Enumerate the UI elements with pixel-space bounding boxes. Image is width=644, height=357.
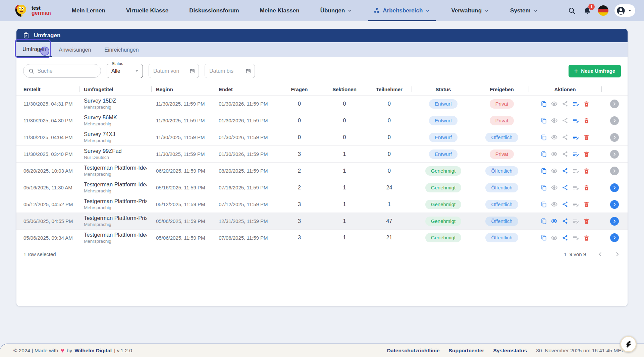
delete-icon[interactable]: [583, 234, 590, 241]
duplicate-icon[interactable]: [540, 167, 547, 174]
edit-icon[interactable]: [572, 134, 579, 141]
table-row[interactable]: 06/20/2025, 10:03 AM Testgerman Plattfor…: [16, 162, 628, 179]
column-header-endet[interactable]: Endet: [214, 86, 277, 92]
table-row[interactable]: 05/16/2025, 11:30 AM Testgerman Plattfor…: [16, 179, 628, 196]
tab-einreichungen[interactable]: Einreichungen: [98, 42, 145, 57]
user-menu[interactable]: [614, 4, 635, 17]
date-to-field[interactable]: [205, 64, 255, 78]
open-row-button[interactable]: [610, 133, 619, 142]
share-icon[interactable]: [561, 184, 569, 191]
table-row[interactable]: 05/12/2025, 04:52 PM Testgerman Plattfor…: [16, 196, 628, 213]
column-header-beginn[interactable]: Beginn: [151, 86, 214, 92]
company-link[interactable]: Wilhelm Digital: [74, 348, 112, 354]
open-row-button[interactable]: [610, 217, 619, 226]
duplicate-icon[interactable]: [540, 117, 547, 124]
pagination-prev-icon[interactable]: [597, 251, 603, 257]
status-select[interactable]: Status Alle: [107, 64, 143, 78]
assistant-fab-button[interactable]: [620, 336, 637, 352]
share-icon[interactable]: [561, 218, 569, 225]
search-input[interactable]: [37, 68, 96, 74]
duplicate-icon[interactable]: [540, 134, 547, 141]
view-icon[interactable]: [551, 151, 558, 158]
delete-icon[interactable]: [583, 201, 590, 208]
nav-item-verwaltung[interactable]: Verwaltung: [451, 0, 489, 21]
edit-icon[interactable]: [572, 218, 579, 225]
column-header-freigeben[interactable]: Freigeben: [475, 86, 529, 92]
delete-icon[interactable]: [583, 218, 590, 225]
nav-item-mein-lernen[interactable]: Mein Lernen: [72, 0, 105, 21]
search-icon[interactable]: [567, 6, 577, 15]
delete-icon[interactable]: [583, 100, 590, 107]
view-icon[interactable]: [551, 184, 558, 191]
view-icon[interactable]: [551, 201, 558, 208]
date-to-input[interactable]: [209, 68, 246, 74]
column-header-umfragetitel[interactable]: Umfragetitel: [79, 86, 151, 92]
edit-icon[interactable]: [572, 100, 579, 107]
footer-link-systemstatus[interactable]: Systemstatus: [493, 348, 527, 354]
nav-item-arbeitsbereich[interactable]: Arbeitsbereich: [373, 0, 430, 21]
column-header-fragen[interactable]: Fragen: [277, 86, 322, 92]
view-icon[interactable]: [551, 117, 558, 124]
open-row-button[interactable]: [610, 183, 619, 192]
language-flag-german[interactable]: [598, 5, 608, 16]
tab-umfragen[interactable]: Umfragen: [16, 42, 52, 57]
delete-icon[interactable]: [583, 117, 590, 124]
duplicate-icon[interactable]: [540, 201, 547, 208]
footer-link-datenschutzrichtlinie[interactable]: Datenschutzrichtlinie: [387, 348, 440, 354]
open-row-button[interactable]: [610, 167, 619, 175]
edit-icon[interactable]: [572, 151, 579, 158]
table-row[interactable]: 11/30/2025, 04:04 PM Survey 74XJ Mehrspr…: [16, 129, 628, 145]
share-icon[interactable]: [561, 167, 569, 174]
edit-icon[interactable]: [572, 117, 579, 124]
app-logo[interactable]: test german: [13, 3, 51, 18]
table-row[interactable]: 11/30/2025, 04:31 PM Survey 15DZ Mehrspr…: [16, 95, 628, 112]
view-icon[interactable]: [551, 134, 558, 141]
share-icon[interactable]: [561, 201, 569, 208]
table-row[interactable]: 05/06/2025, 04:55 PM Testgerman Plattfor…: [16, 213, 628, 229]
share-icon[interactable]: [561, 134, 569, 141]
open-row-button[interactable]: [610, 233, 619, 242]
column-header-status[interactable]: Status: [412, 86, 475, 92]
edit-icon[interactable]: [572, 234, 579, 241]
delete-icon[interactable]: [583, 151, 590, 158]
edit-icon[interactable]: [572, 201, 579, 208]
view-icon[interactable]: [551, 167, 558, 174]
share-icon[interactable]: [561, 234, 569, 241]
date-from-field[interactable]: [149, 64, 199, 78]
view-icon[interactable]: [551, 100, 558, 107]
duplicate-icon[interactable]: [540, 100, 547, 107]
footer-link-supportcenter[interactable]: Supportcenter: [449, 348, 484, 354]
nav-item-system[interactable]: System: [510, 0, 538, 21]
share-icon[interactable]: [561, 117, 569, 124]
delete-icon[interactable]: [583, 167, 590, 174]
column-header-aktionen[interactable]: Aktionen: [529, 86, 601, 92]
pagination-next-icon[interactable]: [614, 251, 620, 257]
delete-icon[interactable]: [583, 184, 590, 191]
edit-icon[interactable]: [572, 167, 579, 174]
column-header-erstellt[interactable]: Erstellt: [16, 86, 79, 92]
duplicate-icon[interactable]: [540, 218, 547, 225]
open-row-button[interactable]: [610, 150, 619, 159]
open-row-button[interactable]: [610, 200, 619, 209]
duplicate-icon[interactable]: [540, 151, 547, 158]
table-row[interactable]: 05/06/2025, 09:34 AM Testgerman Plattfor…: [16, 229, 628, 246]
search-field[interactable]: [23, 64, 101, 78]
view-icon[interactable]: [551, 234, 558, 241]
column-header-teilnehmer[interactable]: Teilnehmer: [367, 86, 412, 92]
open-row-button[interactable]: [610, 100, 619, 108]
date-from-input[interactable]: [153, 68, 190, 74]
column-header-sektionen[interactable]: Sektionen: [322, 86, 367, 92]
nav-item-meine-klassen[interactable]: Meine Klassen: [260, 0, 300, 21]
share-icon[interactable]: [561, 100, 569, 107]
nav-item-uebungen[interactable]: Übungen: [320, 0, 353, 21]
edit-icon[interactable]: [572, 184, 579, 191]
nav-item-diskussionsforum[interactable]: Diskussionsforum: [189, 0, 239, 21]
delete-icon[interactable]: [583, 134, 590, 141]
table-row[interactable]: 11/30/2025, 04:30 PM Survey 56MK Mehrspr…: [16, 112, 628, 129]
nav-item-virtuelle-klasse[interactable]: Virtuelle Klasse: [126, 0, 168, 21]
view-icon[interactable]: [551, 218, 558, 225]
tab-anweisungen[interactable]: Anweisungen: [52, 42, 98, 57]
share-icon[interactable]: [561, 151, 569, 158]
duplicate-icon[interactable]: [540, 184, 547, 191]
notifications-bell-icon[interactable]: 1: [583, 6, 592, 15]
